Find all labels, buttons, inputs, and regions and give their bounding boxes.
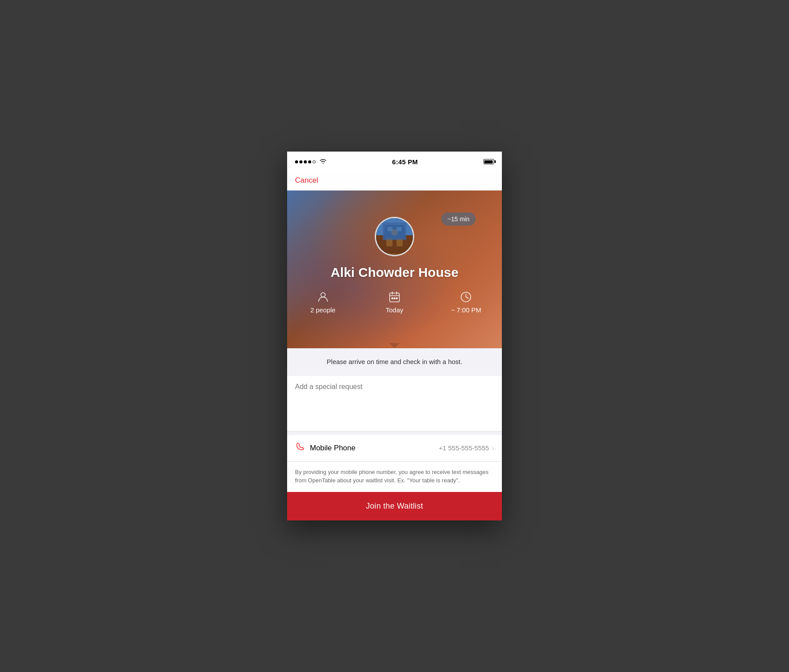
time-info[interactable]: ~ 7:00 PM	[430, 290, 502, 314]
svg-rect-1	[376, 235, 413, 254]
join-waitlist-button[interactable]: Join the Waitlist	[287, 492, 502, 520]
people-icon	[316, 290, 330, 304]
hero-section: ~15 min Alki Chowder House 2 people	[287, 191, 502, 348]
signal-dot-1	[295, 160, 298, 163]
svg-rect-3	[386, 238, 392, 246]
svg-rect-6	[397, 227, 402, 231]
phone-disclaimer: By providing your mobile phone number, y…	[287, 462, 502, 492]
clock-icon	[459, 290, 473, 304]
phone-row[interactable]: Mobile Phone +1 555-555-5555 ›	[287, 435, 502, 462]
time-label: ~ 7:00 PM	[451, 306, 481, 314]
phone-number: +1 555-555-5555	[439, 444, 489, 452]
svg-point-7	[391, 229, 398, 236]
svg-point-8	[321, 293, 325, 297]
svg-rect-2	[384, 225, 405, 239]
instructions-text: Please arrive on time and check in with …	[327, 358, 462, 365]
form-section: Mobile Phone +1 555-555-5555 › By provid…	[287, 376, 502, 492]
wait-time-badge: ~15 min	[441, 212, 476, 226]
signal-dot-5	[313, 160, 316, 163]
section-divider	[287, 431, 502, 435]
phone-icon	[295, 442, 305, 454]
svg-line-18	[466, 297, 469, 298]
date-label: Today	[386, 306, 403, 314]
phone-frame: 6:45 PM Cancel	[287, 152, 502, 520]
status-right	[483, 159, 494, 164]
svg-rect-15	[396, 297, 398, 299]
status-time: 6:45 PM	[392, 158, 418, 166]
calendar-icon	[388, 290, 401, 304]
nav-bar: Cancel	[287, 171, 502, 191]
signal-dots	[295, 160, 316, 163]
hero-arrow	[389, 343, 400, 348]
people-label: 2 people	[310, 306, 336, 314]
people-info[interactable]: 2 people	[287, 290, 359, 314]
svg-rect-4	[397, 238, 403, 246]
signal-dot-3	[304, 160, 307, 163]
info-row: 2 people Today	[287, 290, 502, 314]
status-bar: 6:45 PM	[287, 152, 502, 171]
instructions-section: Please arrive on time and check in with …	[287, 348, 502, 376]
restaurant-image-inner	[376, 218, 413, 255]
special-request-input[interactable]	[295, 383, 494, 422]
signal-dot-2	[299, 160, 302, 163]
svg-rect-5	[387, 227, 392, 231]
cancel-button[interactable]: Cancel	[295, 176, 318, 185]
svg-rect-14	[394, 297, 395, 299]
battery-fill	[484, 160, 493, 163]
restaurant-name: Alki Chowder House	[331, 265, 458, 280]
date-info[interactable]: Today	[359, 290, 430, 314]
special-request-area[interactable]	[287, 376, 502, 431]
battery-icon	[483, 159, 494, 164]
restaurant-image	[375, 217, 414, 256]
signal-dot-4	[308, 160, 311, 163]
svg-rect-13	[391, 297, 393, 299]
chevron-right-icon: ›	[492, 444, 494, 452]
status-left	[295, 158, 327, 165]
phone-label: Mobile Phone	[310, 444, 439, 453]
wifi-icon	[320, 158, 327, 165]
